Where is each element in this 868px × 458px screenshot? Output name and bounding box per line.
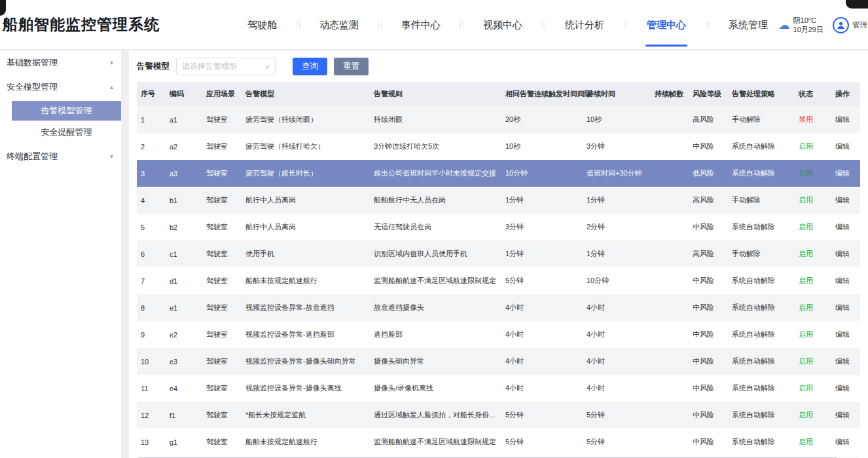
- filter-bar: 告警模型 请选择告警模型 ∨ 查询 重置: [137, 50, 860, 82]
- cell-rule: 监测船舶航速不满足区域航速限制规定: [370, 267, 501, 294]
- cell-op[interactable]: 编辑: [831, 375, 860, 402]
- cell-scene: 驾驶室: [202, 240, 242, 267]
- cell-op[interactable]: 编辑: [831, 214, 860, 240]
- table-row-9[interactable]: 9e2驾驶室视频监控设备异常-遮挡脸部遮挡脸部4小时4小时中风险系统自动解除启用…: [137, 321, 860, 348]
- cell-risk: 中风险: [689, 214, 728, 240]
- cell-frames: [651, 348, 689, 375]
- column-header-8: 风险等级: [689, 82, 728, 106]
- table-row-12[interactable]: 12f1驾驶室*船长未按规定监航通过区域触发人脸抓拍，对船长身份...5分钟5分…: [137, 402, 860, 429]
- column-header-9: 告警处理策略: [728, 82, 795, 106]
- table-row-10[interactable]: 10e3驾驶室视频监控设备异常-摄像头朝向异常摄像头朝向异常4小时4小时中风险系…: [137, 348, 860, 375]
- cell-op[interactable]: 编辑: [831, 240, 860, 267]
- cell-op[interactable]: 编辑: [831, 294, 860, 321]
- table-row-3[interactable]: 3a3驾驶室疲劳驾驶（超长时长）超出公司值班时间半小时未按规定交接10分钟值班时…: [137, 160, 860, 187]
- cell-op[interactable]: 编辑: [831, 133, 860, 160]
- table-row-7[interactable]: 7d1驾驶室船舶未按规定航速航行监测船舶航速不满足区域航速限制规定5分钟10分钟…: [137, 267, 860, 294]
- column-header-5: 相同告警连续触发时间间隔: [501, 82, 583, 106]
- weather-widget: ☁ 阴10°C 10月29日: [779, 16, 823, 34]
- cell-code: e3: [166, 348, 202, 375]
- cell-scene: 驾驶室: [202, 187, 242, 214]
- sidebar-item-1-1[interactable]: 安全提醒管理: [12, 123, 121, 142]
- table-body: 1a1驾驶室疲劳驾驶（持续闭眼）持续闭眼20秒10秒高风险手动解除禁用编辑2a2…: [137, 106, 860, 455]
- cell-interval: 4小时: [501, 321, 583, 348]
- cell-interval: 3分钟: [501, 214, 583, 240]
- cell-interval: 10分钟: [501, 160, 583, 187]
- table-row-6[interactable]: 6c1驾驶室使用手机识别区域内值班人员使用手机1分钟1分钟高风险手动解除启用编辑: [137, 240, 860, 267]
- nav-divider: [460, 21, 463, 29]
- cell-status: 启用: [795, 348, 831, 375]
- table-row-8[interactable]: 8e1驾驶室视频监控设备异常-故意遮挡故意遮挡摄像头4小时4小时中风险系统自动解…: [137, 294, 860, 321]
- cell-risk: 中风险: [689, 375, 728, 402]
- cell-frames: [651, 375, 689, 402]
- cell-duration: 10分钟: [583, 267, 651, 294]
- column-header-0: 序号: [137, 82, 166, 106]
- cell-duration: 10秒: [583, 106, 651, 133]
- nav-item-4[interactable]: 统计分析: [547, 0, 623, 50]
- cell-frames: [651, 214, 689, 240]
- cell-risk: 中风险: [689, 133, 728, 160]
- sidebar-item-1-0[interactable]: 告警模型管理: [12, 101, 121, 121]
- cell-risk: 中风险: [689, 294, 728, 321]
- cell-model: 使用手机: [242, 240, 370, 267]
- cell-op[interactable]: 编辑: [831, 106, 860, 133]
- cell-op[interactable]: 编辑: [831, 429, 860, 455]
- cell-model: 视频监控设备异常-摄像头朝向异常: [242, 348, 370, 375]
- cell-idx: 8: [137, 294, 166, 321]
- cell-code: e4: [166, 375, 202, 402]
- cell-op[interactable]: 编辑: [831, 160, 860, 187]
- cell-strategy: 系统自动解除: [728, 214, 795, 240]
- cell-frames: [651, 187, 689, 214]
- cell-code: b1: [166, 187, 202, 214]
- sidebar-group-2[interactable]: 终端配置管理▾: [0, 144, 121, 168]
- cell-risk: 高风险: [689, 187, 728, 214]
- user-label: 管理: [852, 20, 867, 31]
- search-button[interactable]: 查询: [293, 58, 327, 75]
- cell-duration: 4小时: [583, 375, 651, 402]
- column-header-7: 持续帧数: [651, 82, 689, 106]
- cell-model: 视频监控设备异常-遮挡脸部: [242, 321, 370, 348]
- cell-idx: 6: [137, 240, 166, 267]
- nav-item-5[interactable]: 管理中心: [628, 0, 704, 50]
- cell-frames: [651, 294, 689, 321]
- cell-duration: 2分钟: [583, 214, 651, 240]
- table-row-4[interactable]: 4b1驾驶室航行中人员离岗船舶航行中无人员在岗1分钟1分钟高风险手动解除启用编辑: [137, 187, 860, 214]
- cell-op[interactable]: 编辑: [831, 267, 860, 294]
- nav-item-0[interactable]: 驾驶舱: [229, 0, 295, 50]
- nav-item-3[interactable]: 视频中心: [465, 0, 541, 50]
- cell-interval: 5分钟: [501, 267, 583, 294]
- sidebar-group-1[interactable]: 安全模型管理▴: [0, 75, 121, 99]
- column-header-3: 告警模型: [242, 82, 370, 106]
- cell-duration: 4小时: [583, 348, 651, 375]
- nav-divider: [706, 21, 709, 29]
- user-avatar-icon[interactable]: [833, 17, 849, 33]
- main-content: 告警模型 请选择告警模型 ∨ 查询 重置 序号编码应用场景告警模型告警规则相同告…: [129, 50, 868, 458]
- table-row-13[interactable]: 13g1驾驶室船舶未按规定航速航行监测船舶航速不满足区域航速限制规定5分钟5分钟…: [137, 429, 860, 455]
- table-row-2[interactable]: 2a2驾驶室疲劳驾驶（持续打哈欠）3分钟连续打哈欠5次10秒3分钟中风险系统自动…: [137, 133, 860, 160]
- table-row-1[interactable]: 1a1驾驶室疲劳驾驶（持续闭眼）持续闭眼20秒10秒高风险手动解除禁用编辑: [137, 106, 860, 133]
- nav-item-2[interactable]: 事件中心: [383, 0, 459, 50]
- cell-op[interactable]: 编辑: [831, 348, 860, 375]
- alarm-model-select[interactable]: 请选择告警模型 ∨: [176, 58, 276, 75]
- cell-op[interactable]: 编辑: [831, 187, 860, 214]
- chevron-up-icon: ▴: [110, 83, 113, 90]
- sidebar-group-0[interactable]: 基础数据管理▾: [0, 50, 121, 75]
- cell-status: 启用: [795, 429, 831, 455]
- table-row-5[interactable]: 5b2驾驶室航行中人员离岗无适任驾驶员在岗3分钟2分钟中风险系统自动解除启用编辑: [137, 214, 860, 240]
- cell-rule: 监测船舶航速不满足区域航速限制规定: [370, 429, 501, 455]
- cell-frames: [651, 267, 689, 294]
- cell-op[interactable]: 编辑: [831, 402, 860, 429]
- cell-interval: 5分钟: [501, 429, 583, 455]
- nav-item-6[interactable]: 系统管理: [710, 0, 786, 50]
- cell-op[interactable]: 编辑: [831, 321, 860, 348]
- cell-code: a2: [166, 133, 202, 160]
- cell-model: 视频监控设备异常-故意遮挡: [242, 294, 370, 321]
- nav-item-1[interactable]: 动态监测: [301, 0, 377, 50]
- cell-interval: 10秒: [501, 133, 583, 160]
- reset-button[interactable]: 重置: [334, 58, 369, 75]
- select-placeholder: 请选择告警模型: [182, 61, 237, 72]
- table-row-11[interactable]: 11e4驾驶室视频监控设备异常-摄像头离线摄像头/录像机离线4小时4小时中风险系…: [137, 375, 860, 402]
- cell-status: 启用: [795, 187, 831, 214]
- cell-interval: 20秒: [501, 106, 583, 133]
- cell-idx: 1: [137, 106, 166, 133]
- user-menu[interactable]: 管理: [833, 17, 867, 33]
